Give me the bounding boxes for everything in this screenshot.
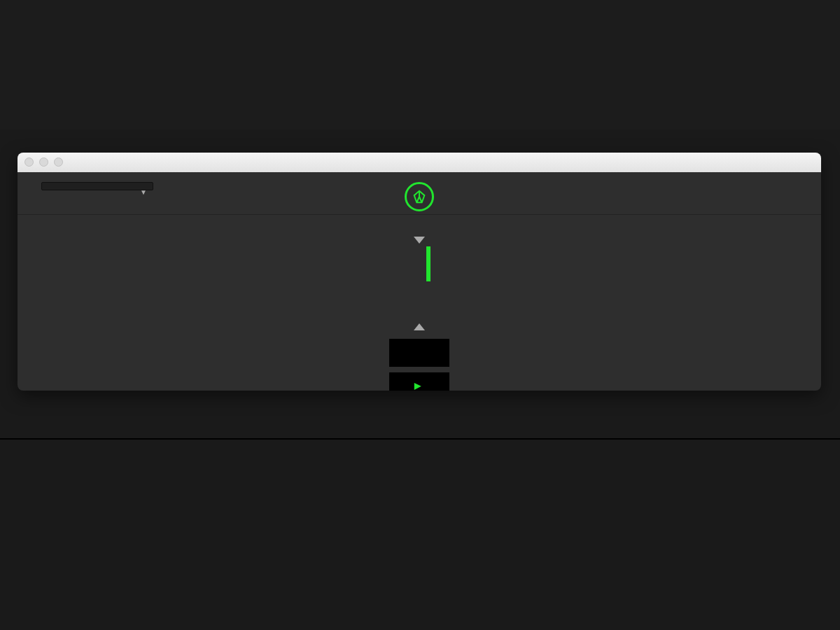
tuner-note-display: ▶ xyxy=(389,372,449,391)
window-controls[interactable] xyxy=(24,158,63,167)
minimize-icon[interactable] xyxy=(39,158,48,167)
arrow-up-icon xyxy=(414,323,425,330)
tuner-body: ▼ ▶ xyxy=(18,172,821,391)
reference-select[interactable]: ▼ xyxy=(41,182,153,190)
arrow-down-icon xyxy=(414,237,425,244)
close-icon[interactable] xyxy=(24,158,34,167)
tuner-scale: ▶ xyxy=(37,248,802,346)
mixer-top-row xyxy=(0,0,840,130)
zoom-icon[interactable] xyxy=(54,158,63,167)
tuner-window: ▼ ▶ xyxy=(18,153,821,391)
mixer-bottom-row xyxy=(0,438,840,630)
tuner-titlebar[interactable] xyxy=(18,153,821,172)
tuner-logo-icon xyxy=(405,182,434,211)
play-icon: ▶ xyxy=(414,381,421,391)
tuner-strobe xyxy=(389,339,449,367)
tuner-needle xyxy=(426,246,430,281)
chevron-down-icon: ▼ xyxy=(140,188,147,196)
